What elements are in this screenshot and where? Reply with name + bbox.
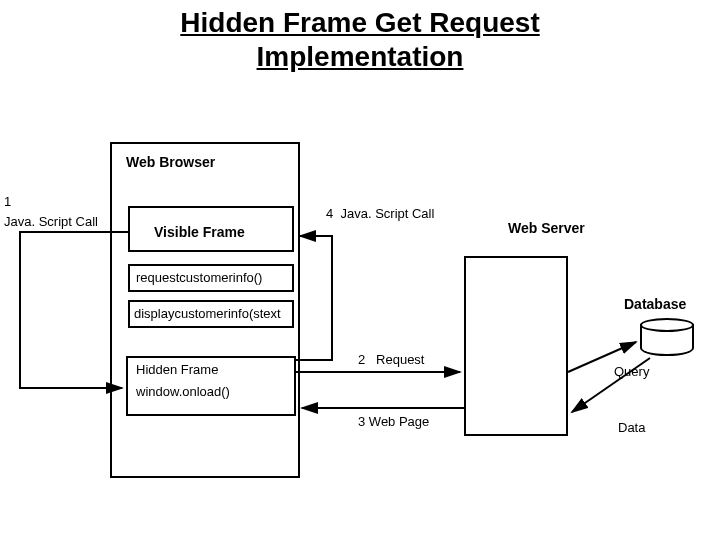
arrow-overlay [0,0,720,540]
web-server-label: Web Server [508,220,585,236]
web-browser-label: Web Browser [126,154,215,170]
database-label: Database [624,296,686,312]
func-request-label: requestcustomerinfo() [136,270,262,285]
query-label: Query [614,364,649,379]
arrow-step4 [296,236,332,360]
step2-label: 2 Request [358,352,425,367]
hidden-frame-label: Hidden Frame [136,362,218,377]
func-display-label: displaycustomerinfo(stext [134,306,281,321]
web-server-box [464,256,568,436]
step1-label: Java. Script Call [4,214,98,229]
data-label: Data [618,420,645,435]
visible-frame-label: Visible Frame [154,224,245,240]
window-onload-label: window.onload() [136,384,230,399]
step3-label: 3 Web Page [358,414,429,429]
step4-label: 4 Java. Script Call [326,206,434,221]
step1-number: 1 [4,194,11,209]
page-title: Hidden Frame Get RequestImplementation [0,6,720,73]
database-icon [640,318,694,358]
